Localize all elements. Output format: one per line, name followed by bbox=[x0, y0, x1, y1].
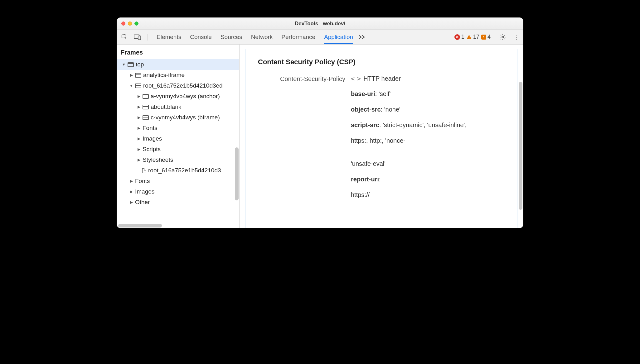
issue-count-value: 4 bbox=[487, 34, 491, 40]
disclosure-triangle-icon[interactable] bbox=[129, 73, 133, 77]
tree-label: Fonts bbox=[143, 125, 158, 132]
frame-icon bbox=[143, 105, 149, 109]
window-title: DevTools - web.dev/ bbox=[117, 21, 523, 27]
tree-item-root[interactable]: root_616a752e1b5d4210d3ed bbox=[117, 80, 239, 91]
tree-item-anchor[interactable]: a-vynmy4vb4wys (anchor) bbox=[117, 91, 239, 102]
directive-key: object-src bbox=[351, 106, 381, 113]
sidebar: Frames top analytics-iframe root_616a752… bbox=[117, 45, 240, 228]
svg-rect-6 bbox=[483, 38, 484, 38]
frame-icon bbox=[143, 115, 149, 120]
warning-count[interactable]: 17 bbox=[466, 34, 479, 40]
disclosure-triangle-icon[interactable] bbox=[129, 189, 133, 194]
directive-base-uri: base-uri: 'self' bbox=[351, 89, 505, 98]
tree-label: top bbox=[136, 61, 144, 68]
directive-value: : 'none' bbox=[381, 106, 400, 113]
error-count-value: 1 bbox=[461, 34, 464, 40]
sidebar-h-scroll[interactable] bbox=[117, 223, 239, 228]
issue-counters[interactable]: ✕ 1 17 4 bbox=[454, 34, 491, 40]
inspect-element-icon[interactable] bbox=[120, 33, 129, 41]
content-area: Frames top analytics-iframe root_616a752… bbox=[117, 45, 523, 228]
tab-application[interactable]: Application bbox=[324, 30, 353, 44]
svg-rect-3 bbox=[469, 36, 469, 38]
window-controls bbox=[121, 22, 138, 26]
sidebar-h-scroll-thumb[interactable] bbox=[118, 224, 162, 228]
svg-rect-4 bbox=[469, 38, 469, 39]
settings-icon[interactable] bbox=[499, 34, 506, 41]
tree-label: Other bbox=[135, 199, 150, 206]
tree-item-other[interactable]: Other bbox=[117, 197, 239, 208]
directive-key: report-uri bbox=[351, 176, 379, 183]
tree-item-top[interactable]: top bbox=[117, 59, 239, 70]
tree-label: a-vynmy4vb4wys (anchor) bbox=[151, 93, 220, 100]
toolbar-divider bbox=[148, 34, 148, 41]
svg-rect-2 bbox=[138, 36, 141, 40]
tab-sources[interactable]: Sources bbox=[221, 30, 242, 44]
issue-icon bbox=[481, 35, 486, 40]
minimize-window-button[interactable] bbox=[128, 22, 132, 26]
tree-item-images[interactable]: Images bbox=[117, 133, 239, 144]
disclosure-triangle-icon[interactable] bbox=[129, 179, 133, 183]
code-icon: < > bbox=[351, 75, 360, 82]
directive-unsafe-eval: 'unsafe-eval' bbox=[351, 159, 505, 168]
disclosure-triangle-icon[interactable] bbox=[137, 94, 141, 98]
window-icon bbox=[128, 62, 134, 67]
disclosure-triangle-icon[interactable] bbox=[137, 136, 141, 141]
directive-value: : 'self' bbox=[375, 90, 391, 97]
tab-console[interactable]: Console bbox=[190, 30, 212, 44]
sidebar-header: Frames bbox=[117, 45, 239, 59]
disclosure-triangle-icon[interactable] bbox=[137, 147, 141, 151]
frame-icon bbox=[135, 73, 141, 78]
disclosure-triangle-icon[interactable] bbox=[137, 158, 141, 162]
tree-item-scripts[interactable]: Scripts bbox=[117, 144, 239, 155]
directive-value: : bbox=[379, 176, 381, 183]
tree-label: root_616a752e1b5d4210d3ed bbox=[143, 82, 223, 89]
csp-source-text: HTTP header bbox=[363, 75, 401, 82]
tree-label: root_616a752e1b5d4210d3 bbox=[148, 167, 221, 174]
tree-label: about:blank bbox=[151, 103, 181, 110]
directive-script-src: script-src: 'strict-dynamic', 'unsafe-in… bbox=[351, 120, 505, 130]
error-count[interactable]: ✕ 1 bbox=[454, 34, 464, 40]
tree-item-blank[interactable]: about:blank bbox=[117, 102, 239, 112]
more-tabs-button[interactable] bbox=[357, 35, 367, 39]
frame-icon bbox=[135, 84, 141, 88]
tree-label: Scripts bbox=[143, 146, 161, 153]
tab-elements[interactable]: Elements bbox=[157, 30, 181, 44]
tree-item-fonts[interactable]: Fonts bbox=[117, 123, 239, 133]
disclosure-triangle-icon[interactable] bbox=[129, 200, 133, 204]
main-scrollbar[interactable] bbox=[519, 82, 522, 210]
tree-item-document[interactable]: root_616a752e1b5d4210d3 bbox=[117, 165, 239, 176]
disclosure-triangle-icon[interactable] bbox=[137, 126, 141, 130]
csp-row: Content-Security-Policy < > HTTP header … bbox=[258, 75, 505, 206]
csp-value: < > HTTP header base-uri: 'self' object-… bbox=[351, 75, 505, 206]
issue-count[interactable]: 4 bbox=[481, 34, 491, 40]
warning-icon bbox=[466, 34, 472, 40]
frame-icon bbox=[143, 94, 149, 99]
main-panel: Content Security Policy (CSP) Content-Se… bbox=[240, 45, 523, 228]
frames-tree[interactable]: top analytics-iframe root_616a752e1b5d42… bbox=[117, 59, 239, 223]
tree-label: Fonts bbox=[135, 178, 150, 184]
sidebar-scrollbar[interactable] bbox=[235, 147, 239, 200]
tree-label: c-vynmy4vb4wys (bframe) bbox=[151, 114, 220, 121]
disclosure-triangle-icon[interactable] bbox=[129, 84, 133, 88]
tree-item-images-2[interactable]: Images bbox=[117, 186, 239, 197]
tree-item-stylesheets[interactable]: Stylesheets bbox=[117, 155, 239, 165]
directive-report-uri: report-uri: bbox=[351, 175, 505, 184]
directive-key: base-uri bbox=[351, 90, 375, 97]
tree-item-fonts-2[interactable]: Fonts bbox=[117, 176, 239, 186]
tab-network[interactable]: Network bbox=[251, 30, 273, 44]
disclosure-triangle-icon[interactable] bbox=[122, 62, 126, 67]
device-toolbar-icon[interactable] bbox=[133, 33, 142, 41]
warning-count-value: 17 bbox=[473, 34, 479, 40]
disclosure-triangle-icon[interactable] bbox=[137, 105, 141, 109]
error-icon: ✕ bbox=[454, 34, 460, 40]
main-toolbar: Elements Console Sources Network Perform… bbox=[117, 30, 523, 45]
tree-item-bframe[interactable]: c-vynmy4vb4wys (bframe) bbox=[117, 112, 239, 123]
tab-performance[interactable]: Performance bbox=[281, 30, 315, 44]
more-options-icon[interactable]: ⋮ bbox=[514, 34, 520, 40]
tree-item-analytics[interactable]: analytics-iframe bbox=[117, 70, 239, 80]
tree-label: Images bbox=[143, 135, 162, 142]
close-window-button[interactable] bbox=[121, 22, 125, 26]
disclosure-triangle-icon[interactable] bbox=[137, 115, 141, 120]
csp-source: < > HTTP header bbox=[351, 75, 505, 82]
zoom-window-button[interactable] bbox=[134, 22, 138, 26]
